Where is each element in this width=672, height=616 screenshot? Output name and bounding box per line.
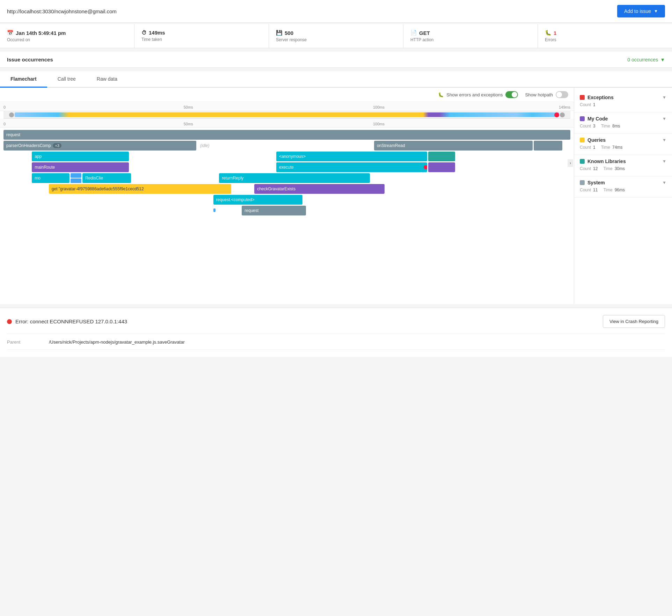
flame-block-mainroute[interactable]: mainRoute (32, 162, 129, 172)
flame-block-redisclie[interactable]: RedisClie (82, 173, 131, 183)
system-meta: Count 11 Time 96ms (580, 188, 666, 192)
chevron-down-icon[interactable]: ▼ (662, 138, 666, 142)
metrics-bar: 📅 Jan 14th 5:49:41 pm Occurred on ⏱ 149m… (0, 24, 672, 48)
chevron-down-icon[interactable]: ▼ (662, 95, 666, 100)
exceptions-count: 1 (593, 102, 596, 107)
flame-block-mo[interactable]: mo (32, 173, 70, 183)
flame-block-parser[interactable]: parserOnHeadersComp +3 (3, 141, 196, 151)
timeline-ruler-top: 0 50ms 100ms 149ms (0, 102, 574, 111)
flame-block-app[interactable]: app (32, 152, 129, 161)
show-errors-toggle[interactable] (505, 91, 518, 98)
flame-label: onStreamRead (377, 143, 405, 148)
scrollbar-left-handle[interactable] (9, 112, 14, 117)
flame-row-3: mainRoute execute › (3, 162, 570, 172)
show-hotpath-control: Show hotpath (525, 91, 568, 98)
queries-color-dot (580, 138, 585, 142)
flame-block-right3[interactable] (428, 162, 455, 172)
flame-label: <anonymous> (279, 154, 306, 159)
expand-button[interactable]: › (568, 159, 573, 167)
chevron-down-icon[interactable]: ▼ (662, 116, 666, 121)
view-crash-label: View in Crash Reporting (609, 319, 658, 324)
top-bar: http://localhost:3030/ncwjohnstone@gmail… (0, 0, 672, 23)
flame-block-right[interactable] (534, 141, 562, 151)
flame-label: app (35, 154, 42, 159)
issue-occurrences-bar: Issue occurrences 0 occurrences ▼ (0, 52, 672, 68)
scrollbar-fill (15, 112, 559, 117)
metric-errors-label: Errors (545, 37, 665, 42)
flame-mini-v1 (213, 208, 216, 212)
flame-label: checkGravatarExists (257, 186, 295, 191)
chevron-down-icon: ▼ (654, 9, 658, 14)
chevron-down-icon[interactable]: ▼ (662, 180, 666, 185)
tab-flamechart[interactable]: Flamechart (0, 71, 47, 88)
flame-row-5: get "gravatar-4f9759886ade6adc555f9e1cec… (3, 184, 570, 194)
ruler-label-0: 0 (3, 105, 6, 109)
flame-chart-area: request parserOnHeadersComp +3 (idle) on… (0, 128, 574, 261)
metric-server-value: 500 (285, 30, 293, 36)
metric-errors: 🐛 1 Errors (538, 24, 672, 48)
ruler2-label-50ms: 50ms (184, 122, 193, 126)
flamechart-controls: 🐛 Show errors and exceptions Show hotpat… (0, 88, 574, 102)
chevron-down-icon[interactable]: ▼ (662, 159, 666, 164)
time-label: Time (601, 124, 610, 129)
flame-block-returnreply[interactable]: returnReply (219, 173, 370, 183)
bug-icon: 🐛 (545, 30, 552, 36)
flamechart-sidebar: Exceptions ▼ Count 1 My Code ▼ (574, 88, 672, 304)
issue-occurrences-label: Issue occurrences (7, 57, 53, 63)
tab-raw-data[interactable]: Raw data (86, 71, 128, 88)
error-header: Error: connect ECONNREFUSED 127.0.0.1:44… (7, 315, 665, 334)
metric-occurred-value: Jan 14th 5:49:41 pm (16, 30, 66, 36)
flame-block-right2[interactable] (428, 152, 455, 161)
flame-mini-bar1 (71, 173, 81, 178)
known-lib-time: 30ms (615, 166, 625, 171)
metric-server-response: 💾 500 Server response (269, 24, 403, 48)
count-label: Count (580, 188, 591, 192)
exceptions-color-dot (580, 95, 585, 100)
tab-call-tree[interactable]: Call tree (47, 71, 86, 88)
flame-block-request-computed[interactable]: request.<computed> (213, 195, 303, 205)
count-label: Count (580, 102, 591, 107)
timer-icon: ⏱ (141, 30, 147, 36)
http-icon: 📄 (410, 30, 417, 36)
exceptions-meta: Count 1 (580, 102, 666, 107)
calendar-icon: 📅 (7, 30, 14, 36)
parent-label: Parent (7, 339, 49, 345)
flame-block-request2[interactable]: request (242, 206, 306, 215)
tab-bar: Flamechart Call tree Raw data (0, 71, 672, 88)
flame-label: mo (35, 176, 41, 181)
flamechart-main: 🐛 Show errors and exceptions Show hotpat… (0, 88, 574, 304)
ruler2-label-100ms: 100ms (373, 122, 385, 126)
flame-row-7: request (3, 206, 570, 215)
sidebar-system: System ▼ Count 11 Time 96ms (574, 176, 672, 198)
queries-meta: Count 1 Time 74ms (580, 145, 666, 150)
metric-server-label: Server response (276, 37, 396, 42)
occurrences-count[interactable]: 0 occurrences ▼ (627, 57, 665, 63)
system-count: 11 (593, 188, 598, 192)
view-crash-reporting-button[interactable]: View in Crash Reporting (603, 315, 665, 328)
flame-block-get-gravatar[interactable]: get "gravatar-4f9759886ade6adc555f9e1cec… (49, 184, 232, 194)
timeline-scrollbar[interactable] (3, 111, 570, 119)
tab-flamechart-label: Flamechart (10, 76, 37, 82)
queries-count: 1 (593, 145, 596, 150)
flame-block-request[interactable]: request (3, 130, 570, 140)
my-code-meta: Count 3 Time 8ms (580, 124, 666, 129)
queries-time: 74ms (612, 145, 622, 150)
toggle-knob (512, 92, 517, 97)
error-marker (554, 112, 559, 117)
flame-label: request (6, 132, 20, 137)
metric-time-value: 149ms (149, 30, 165, 36)
show-hotpath-toggle[interactable] (556, 91, 568, 98)
add-to-issue-button[interactable]: Add to issue ▼ (617, 5, 665, 17)
my-code-time: 8ms (612, 124, 620, 129)
ruler-label-50ms: 50ms (184, 105, 193, 109)
system-time: 96ms (615, 188, 625, 192)
flame-block-onstream[interactable]: onStreamRead (374, 141, 533, 151)
known-lib-count: 12 (593, 166, 598, 171)
flame-block-anonymous[interactable]: <anonymous> (276, 152, 427, 161)
flame-block-execute[interactable]: execute (276, 162, 427, 172)
flame-block-check-gravatar[interactable]: checkGravatarExists (254, 184, 385, 194)
flame-label: request.<computed> (216, 197, 255, 202)
scrollbar-right-handle[interactable] (560, 112, 565, 117)
metric-http-action: 📄 GET HTTP action (403, 24, 538, 48)
bug-icon: 🐛 (438, 92, 444, 97)
